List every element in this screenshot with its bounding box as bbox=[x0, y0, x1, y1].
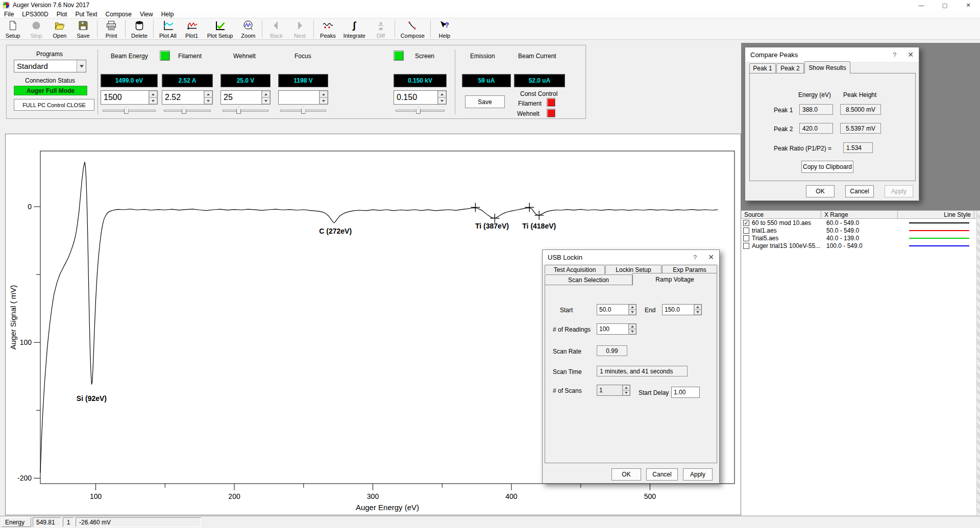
copy-to-clipboard-button[interactable]: Copy to Clipboard bbox=[801, 161, 853, 173]
programs-dropdown[interactable]: Standard bbox=[14, 60, 86, 72]
help-icon[interactable]: ? bbox=[893, 51, 896, 59]
spin-up-icon[interactable] bbox=[694, 305, 701, 310]
tab-ramp-voltage[interactable]: Ramp Voltage bbox=[632, 273, 717, 285]
spin-up-icon[interactable] bbox=[262, 91, 270, 97]
wehnelt-input[interactable] bbox=[221, 91, 261, 104]
ok-button[interactable]: OK bbox=[611, 468, 641, 481]
save-button[interactable]: Save bbox=[465, 95, 505, 108]
spin-down-icon[interactable] bbox=[629, 310, 636, 315]
scans-label: # of Scans bbox=[553, 387, 582, 394]
spin-up-icon[interactable] bbox=[623, 385, 630, 390]
menu-plot[interactable]: Plot bbox=[53, 10, 71, 18]
const-wehnelt-indicator[interactable] bbox=[547, 109, 555, 117]
chevron-down-icon[interactable] bbox=[77, 60, 86, 72]
spin-down-icon[interactable] bbox=[629, 329, 636, 334]
spin-down-icon[interactable] bbox=[438, 97, 446, 104]
source-row[interactable]: ✓60 to 550 mod 10.aes60.0 - 549.0 bbox=[741, 219, 980, 227]
help-icon[interactable]: ? bbox=[693, 254, 697, 261]
screen-input[interactable] bbox=[394, 91, 437, 104]
spin-down-icon[interactable] bbox=[694, 310, 701, 315]
column-header-x-range[interactable]: X Range bbox=[821, 211, 898, 218]
tab-scan-selection[interactable]: Scan Selection bbox=[545, 274, 632, 285]
source-checkbox[interactable] bbox=[743, 235, 749, 241]
usb-lockin-title-bar[interactable]: USB Lockin ? ✕ bbox=[543, 250, 719, 264]
spin-up-icon[interactable] bbox=[320, 91, 328, 97]
spin-down-icon[interactable] bbox=[149, 97, 157, 104]
source-checkbox[interactable] bbox=[743, 243, 749, 249]
toolbar-button-setup[interactable]: Setup bbox=[1, 18, 24, 39]
readings-input[interactable] bbox=[597, 324, 628, 334]
menu-compose[interactable]: Compose bbox=[102, 10, 136, 18]
filament-input[interactable] bbox=[162, 91, 204, 104]
column-header-source[interactable]: Source bbox=[741, 211, 821, 218]
toolbar-button-zoom[interactable]: Zoom bbox=[236, 18, 260, 39]
spin-down-icon[interactable] bbox=[262, 97, 270, 104]
toolbar-button-integrate[interactable]: ∫Integrate bbox=[339, 18, 369, 39]
menu-file[interactable]: File bbox=[0, 10, 18, 18]
apply-button[interactable]: Apply bbox=[683, 468, 713, 481]
tab-peak-2[interactable]: Peak 2 bbox=[776, 63, 804, 73]
const-filament-indicator[interactable] bbox=[547, 98, 555, 107]
compare-peaks-title-bar[interactable]: Compare Peaks ? ✕ bbox=[745, 47, 919, 62]
beam-energy-slider[interactable] bbox=[103, 107, 156, 114]
maximize-button[interactable]: ▢ bbox=[933, 0, 957, 10]
menu-lps300d[interactable]: LPS300D bbox=[18, 10, 52, 18]
tab-test-acquisition[interactable]: Test Acquisition bbox=[545, 265, 605, 274]
scans-input[interactable] bbox=[597, 385, 622, 395]
menu-help[interactable]: Help bbox=[157, 10, 178, 18]
toolbar-button-peaks[interactable]: Peaks bbox=[316, 18, 339, 39]
toolbar-button-plot-setup[interactable]: Plot Setup bbox=[204, 18, 237, 39]
tab-show-results[interactable]: Show Results bbox=[804, 61, 850, 73]
start-delay-input[interactable] bbox=[672, 387, 699, 397]
menu-view[interactable]: View bbox=[136, 10, 157, 18]
screen-slider[interactable] bbox=[396, 107, 445, 114]
peak-annotation: Ti (387eV) bbox=[475, 222, 509, 230]
title-bar[interactable]: Auger Version 7.6 Nov 2017 — ▢ ✕ bbox=[0, 0, 980, 10]
spin-down-icon[interactable] bbox=[320, 97, 328, 104]
close-button[interactable]: ✕ bbox=[957, 0, 980, 10]
spin-up-icon[interactable] bbox=[149, 91, 157, 97]
toolbar-button-delete[interactable]: Delete bbox=[128, 18, 151, 39]
focus-slider[interactable] bbox=[280, 107, 326, 114]
scrollbar[interactable] bbox=[976, 211, 980, 515]
tab-peak-1[interactable]: Peak 1 bbox=[749, 63, 776, 73]
toolbar-button-compose[interactable]: Compose bbox=[397, 18, 428, 39]
toolbar-button-plot-all[interactable]: Plot All bbox=[156, 18, 180, 39]
source-row[interactable]: Trial5.aes40.0 - 139.0 bbox=[741, 234, 980, 242]
cancel-button[interactable]: Cancel bbox=[845, 185, 874, 197]
column-header-line-style[interactable]: Line Style bbox=[898, 211, 974, 218]
toolbar-button-open[interactable]: Open bbox=[48, 18, 71, 39]
spin-up-icon[interactable] bbox=[204, 91, 212, 97]
peak1-energy-field: 388.0 bbox=[799, 104, 833, 115]
spin-down-icon[interactable] bbox=[623, 390, 630, 395]
end-input[interactable] bbox=[663, 305, 694, 315]
window-title: Auger Version 7.6 Nov 2017 bbox=[13, 2, 89, 9]
menu-put-text[interactable]: Put Text bbox=[71, 10, 101, 18]
spin-up-icon[interactable] bbox=[629, 305, 636, 310]
source-row[interactable]: Auger trial1S 100eV-55...100.0 - 549.0 bbox=[741, 242, 980, 249]
wehnelt-slider[interactable] bbox=[223, 107, 268, 114]
source-name: 60 to 550 mod 10.aes bbox=[752, 219, 811, 227]
filament-spinbox bbox=[162, 90, 213, 105]
beam-energy-input[interactable] bbox=[101, 91, 149, 104]
minimize-button[interactable]: — bbox=[910, 0, 933, 10]
ok-button[interactable]: OK bbox=[806, 185, 835, 197]
spin-up-icon[interactable] bbox=[629, 324, 636, 329]
source-checkbox[interactable]: ✓ bbox=[743, 220, 749, 226]
focus-input[interactable] bbox=[279, 91, 319, 104]
start-input[interactable] bbox=[597, 305, 628, 315]
close-icon[interactable]: ✕ bbox=[708, 253, 714, 261]
source-row[interactable]: trial1.aes50.0 - 549.0 bbox=[741, 227, 980, 234]
spin-up-icon[interactable] bbox=[438, 91, 446, 97]
cancel-button[interactable]: Cancel bbox=[646, 468, 678, 481]
spin-down-icon[interactable] bbox=[204, 97, 212, 104]
source-checkbox[interactable] bbox=[743, 228, 749, 234]
toolbar-button-save[interactable]: Save bbox=[71, 18, 95, 39]
toolbar-button-plot1[interactable]: Plot1 bbox=[180, 18, 204, 39]
toolbar-button-print[interactable]: Print bbox=[100, 18, 123, 39]
close-icon[interactable]: ✕ bbox=[908, 51, 914, 59]
filament-slider[interactable] bbox=[164, 107, 211, 114]
full-pc-control-button[interactable]: FULL PC Control CLOSE bbox=[14, 99, 94, 111]
peak-ratio-label: Peak Ratio (P1/P2) = bbox=[774, 145, 831, 152]
toolbar-button-help[interactable]: ?Help bbox=[433, 18, 456, 39]
